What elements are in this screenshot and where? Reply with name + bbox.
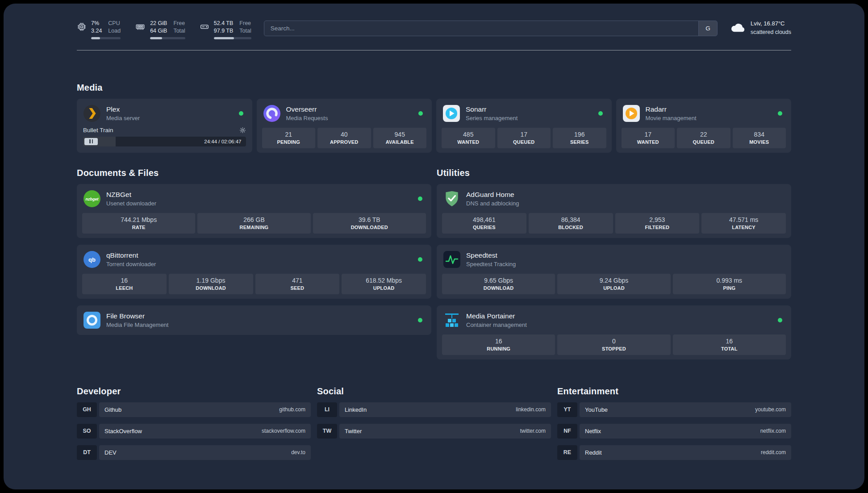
search-provider-button[interactable]: G — [698, 21, 717, 36]
weather-widget: Lviv, 16.87°C scattered clouds — [730, 20, 791, 36]
service-subtitle: Media File Management — [106, 322, 168, 328]
bookmark-linkedin[interactable]: LI LinkedIn linkedin.com — [317, 402, 551, 417]
bookmark-stackoverflow[interactable]: SO StackOverflow stackoverflow.com — [77, 424, 311, 439]
service-name: File Browser — [106, 312, 168, 320]
bookmark-abbr: YT — [557, 402, 577, 417]
service-card-filebrowser[interactable]: File Browser Media File Management — [77, 305, 431, 335]
service-card-overseerr[interactable]: Overseerr Media Requests 21 PENDING 40 A… — [257, 99, 432, 153]
stat-value: 22 — [679, 131, 729, 138]
bookmark-name: Twitter — [345, 428, 362, 435]
stat-label: WANTED — [623, 139, 673, 145]
disk-meter — [214, 37, 251, 39]
playback-progress-bar[interactable]: 24:44 / 02:06:47 — [83, 137, 246, 146]
service-name: Plex — [106, 105, 140, 113]
stat-label: DOWNLOADED — [315, 225, 424, 230]
service-card-radarr[interactable]: Radarr Movie management 17 WANTED 22 QUE… — [616, 99, 792, 153]
stat-label: TOTAL — [675, 346, 784, 351]
service-card-adguard-home[interactable]: AdGuard Home DNS and adblocking 498,461 … — [437, 184, 791, 238]
stat-box: 17 QUEUED — [497, 128, 551, 148]
disk-free-label: Free — [239, 20, 251, 27]
stat-value: 485 — [443, 131, 493, 138]
bookmark-dev[interactable]: DT DEV dev.to — [77, 445, 311, 460]
stat-value: 17 — [623, 131, 673, 138]
cpu-load-label: Load — [108, 27, 121, 35]
service-card-nzbget[interactable]: nzbget NZBGet Usenet downloader 744.21 M… — [77, 184, 431, 238]
radarr-icon — [622, 104, 640, 122]
stat-label: QUEUED — [679, 139, 729, 145]
bookmark-abbr: RE — [557, 445, 577, 460]
stat-box: 498,461 QUERIES — [442, 213, 526, 234]
stat-value: 0 — [559, 338, 668, 345]
bookmark-group-entertainment: Entertainment YT YouTube youtube.com NF … — [557, 386, 791, 460]
bookmark-group-title: Entertainment — [557, 386, 791, 397]
status-indicator — [778, 318, 782, 322]
status-indicator — [418, 257, 422, 262]
search-bar: G — [264, 21, 718, 36]
disk-total-value: 97.9 TB — [214, 27, 234, 35]
service-card-sonarr[interactable]: Sonarr Series management 485 WANTED 17 Q… — [436, 99, 612, 153]
memory-total-value: 64 GiB — [150, 27, 167, 35]
bookmark-twitter[interactable]: TW Twitter twitter.com — [317, 424, 551, 439]
stat-label: REMAINING — [199, 225, 309, 230]
service-subtitle: Series management — [466, 115, 517, 121]
bookmark-youtube[interactable]: YT YouTube youtube.com — [557, 402, 791, 417]
cpu-percent: 7% — [91, 20, 102, 27]
stat-label: SEED — [257, 285, 338, 291]
bookmark-domain: youtube.com — [755, 406, 786, 413]
stat-label: SERIES — [555, 139, 605, 145]
middle-columns: Documents & Files nzbget NZBGet Usenet d… — [77, 168, 791, 359]
section-utilities: Utilities AdGuard Home DNS and adblockin… — [437, 168, 791, 359]
stat-box: 0.993 ms PING — [673, 274, 786, 294]
bookmark-abbr: DT — [77, 445, 97, 460]
status-indicator — [778, 111, 782, 116]
stat-label: APPROVED — [319, 139, 369, 145]
stat-label: QUERIES — [444, 225, 525, 230]
service-card-plex[interactable]: Plex Media server Bullet Train — [77, 99, 252, 153]
service-name: Overseerr — [286, 105, 328, 113]
service-card-portainer[interactable]: Media Portainer Container management 16 … — [437, 305, 791, 359]
stat-value: 39.6 TB — [315, 216, 424, 223]
memory-meter — [150, 37, 185, 39]
service-subtitle: Usenet downloader — [106, 200, 156, 207]
adguard-icon — [443, 190, 461, 208]
stat-box: 9.65 Gbps DOWNLOAD — [442, 274, 555, 294]
status-indicator — [418, 111, 423, 116]
dashboard-content: 7% 3.24 CPU Load — [4, 4, 864, 478]
bookmark-name: DEV — [104, 449, 117, 456]
service-name: NZBGet — [106, 191, 156, 199]
stat-box: 1.19 Gbps DOWNLOAD — [169, 274, 253, 294]
bookmark-name: Netflix — [585, 428, 601, 435]
svg-text:qb: qb — [88, 256, 96, 263]
stat-label: UPLOAD — [559, 285, 668, 291]
bookmark-github[interactable]: GH Github github.com — [77, 402, 311, 417]
bookmarks-section: Developer GH Github github.com SO StackO… — [77, 386, 791, 460]
service-card-qbittorrent[interactable]: qb qBittorrent Torrent downloader 16 — [77, 245, 431, 299]
stat-label: STOPPED — [559, 346, 668, 351]
bookmark-netflix[interactable]: NF Netflix netflix.com — [557, 424, 791, 439]
stat-box: 16 LEECH — [82, 274, 167, 294]
stat-label: DOWNLOAD — [444, 285, 553, 291]
stat-value: 0.993 ms — [675, 277, 784, 284]
bookmark-name: LinkedIn — [345, 406, 367, 413]
service-card-speedtest[interactable]: Speedtest Speedtest Tracking 9.65 Gbps D… — [437, 245, 791, 299]
bookmark-domain: netflix.com — [760, 428, 786, 434]
search-input[interactable] — [264, 21, 698, 36]
bookmark-abbr: LI — [317, 402, 337, 417]
bookmark-domain: reddit.com — [761, 449, 786, 455]
service-subtitle: Movie management — [646, 115, 697, 121]
gear-icon[interactable] — [239, 127, 246, 134]
service-name: Speedtest — [466, 251, 516, 259]
service-name: Sonarr — [466, 105, 517, 113]
playback-time: 24:44 / 02:06:47 — [204, 139, 241, 144]
plex-now-playing: Bullet Train 24:44 / 02:06:4 — [82, 127, 247, 146]
stat-box: 0 STOPPED — [557, 334, 670, 355]
bookmark-domain: linkedin.com — [516, 406, 546, 413]
stat-box: 39.6 TB DOWNLOADED — [313, 213, 426, 234]
section-media: Media Plex Media server — [77, 83, 791, 153]
bookmark-reddit[interactable]: RE Reddit reddit.com — [557, 445, 791, 460]
pause-button[interactable] — [84, 138, 98, 145]
bookmark-domain: twitter.com — [520, 428, 546, 434]
stat-box: 86,384 BLOCKED — [529, 213, 613, 234]
service-name: Radarr — [646, 105, 697, 113]
stat-value: 266 GB — [199, 216, 309, 223]
